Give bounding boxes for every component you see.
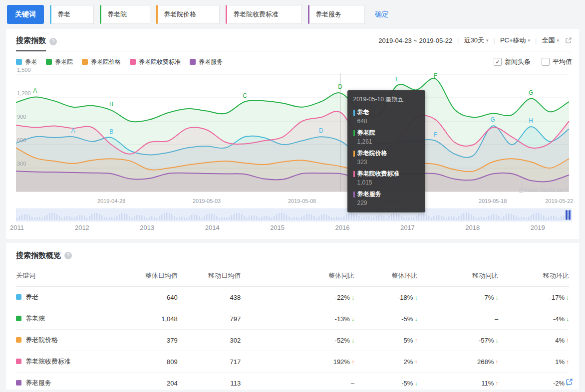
keyword-input-1[interactable]: 养老	[50, 5, 94, 24]
slider-handle[interactable]	[566, 210, 571, 220]
overview-title: 搜索指数概览	[16, 251, 61, 260]
down-arrow-icon: ↓	[351, 316, 354, 323]
news-marker-D[interactable]: D	[319, 127, 323, 134]
average-checkbox[interactable]: 平均值	[542, 57, 572, 66]
table-row: 养老服务204113–-5%↓11%↑-2%↓	[16, 373, 569, 392]
timeline-slider[interactable]	[16, 208, 572, 221]
keyword-input-5[interactable]: 养老服务	[308, 5, 365, 24]
avg-value-cell: 204	[132, 373, 178, 392]
up-arrow-icon: ↑	[414, 337, 417, 344]
legend-item-1[interactable]: 养老	[16, 58, 37, 66]
keyword-input-2[interactable]: 养老院	[100, 5, 150, 24]
keyword-input-4[interactable]: 养老院收费标准	[226, 5, 302, 24]
tooltip-item: 养老648	[353, 108, 419, 125]
overview-help-icon[interactable]: ?	[64, 252, 72, 259]
legend-item-5[interactable]: 养老服务	[190, 58, 223, 66]
tooltip-series-marker	[353, 130, 355, 136]
tooltip-series-name: 养老服务	[357, 190, 381, 198]
change-cell: -52%↓	[241, 330, 354, 351]
legend-swatch	[46, 59, 52, 65]
y-tick-label: 900	[17, 114, 26, 120]
keyword-input-3[interactable]: 养老院价格	[156, 5, 220, 24]
separator: |	[535, 37, 537, 44]
down-arrow-icon: ↓	[414, 380, 417, 387]
change-cell: -7%↓	[417, 287, 498, 308]
legend-item-2[interactable]: 养老院	[46, 58, 73, 66]
region-select[interactable]: 全国 ▾	[542, 36, 559, 45]
keyword-link[interactable]: 养老院价格	[25, 336, 58, 344]
table-open-in-new-icon[interactable]	[566, 378, 573, 386]
keyword-swatch	[16, 294, 21, 300]
x-tick-label: 2019-05-18	[479, 198, 507, 204]
change-value: 4%	[555, 337, 565, 344]
overview-table: 关键词整体日均值移动日均值整体同比整体环比移动同比移动环比 养老640438-2…	[16, 265, 569, 392]
tooltip-item: 养老院1,261	[353, 129, 419, 145]
news-marker-A[interactable]: A	[33, 87, 37, 94]
avg-value-cell: 302	[178, 330, 241, 351]
news-marker-D[interactable]: D	[338, 83, 342, 90]
change-value: -2%	[553, 380, 565, 387]
news-marker-C[interactable]: C	[243, 92, 247, 99]
keyword-swatch	[16, 337, 21, 343]
news-marker-G[interactable]: G	[491, 116, 495, 123]
open-in-new-icon[interactable]	[565, 37, 572, 44]
keyword-link[interactable]: 养老	[25, 293, 38, 301]
down-arrow-icon: ↓	[495, 294, 498, 301]
change-value: -5%	[401, 380, 413, 387]
chart-legend: 养老养老院养老院价格养老院收费标准养老服务	[16, 58, 223, 66]
average-label: 平均值	[553, 57, 572, 66]
change-cell: -17%↓	[498, 287, 569, 308]
search-index-panel: 搜索指数 ? 2019-04-23 ~ 2019-05-22 | 近30天 ▾ …	[6, 29, 579, 239]
checkbox-checked-icon: ✓	[494, 58, 502, 66]
legend-item-4[interactable]: 养老院收费标准	[130, 58, 181, 66]
news-marker-B[interactable]: B	[109, 101, 113, 108]
trend-chart[interactable]: ABCDEFGABDFGH 3006009001,2001,500 2019-0…	[16, 73, 572, 196]
col-header-6: 移动同比	[417, 265, 498, 287]
confirm-link[interactable]: 确定	[375, 10, 389, 19]
keyword-link[interactable]: 养老院	[25, 315, 45, 322]
y-tick-label: 1,200	[17, 90, 31, 96]
change-value: -18%	[398, 294, 413, 301]
x-tick-label: 2019-04-28	[97, 198, 125, 204]
keyword-link[interactable]: 养老院收费标准	[25, 358, 71, 365]
table-row: 养老院价格379302-52%↓5%↑-57%↓4%↑	[16, 330, 569, 351]
tooltip-series-value: 1,261	[357, 138, 419, 145]
legend-swatch	[16, 59, 22, 65]
keyword-button[interactable]: 关键词	[7, 5, 44, 24]
news-marker-E[interactable]: E	[395, 76, 399, 83]
news-marker-G[interactable]: G	[529, 89, 533, 96]
change-value: –	[351, 380, 354, 387]
change-value: –	[495, 315, 498, 323]
change-cell: -57%↓	[417, 330, 498, 351]
news-marker-F[interactable]: F	[434, 131, 437, 138]
legend-label: 养老院收费标准	[139, 58, 181, 66]
year-label-2017: 2017	[400, 224, 415, 231]
table-row: 养老院收费标准809717192%↑2%↑268%↑1%↑	[16, 351, 569, 373]
tooltip-series-name: 养老院	[357, 129, 375, 137]
tooltip-series-marker	[353, 110, 355, 116]
news-marker-A[interactable]: A	[71, 127, 75, 134]
y-tick-label: 600	[17, 137, 26, 143]
keyword-cell: 养老	[16, 287, 132, 308]
help-icon[interactable]: ?	[49, 38, 57, 45]
device-select[interactable]: PC+移动 ▾	[500, 36, 530, 45]
change-value: -7%	[482, 294, 494, 301]
keyword-cell: 养老服务	[16, 373, 132, 392]
change-cell: -2%↓	[498, 373, 569, 392]
change-value: -17%	[550, 294, 565, 301]
change-cell: -22%↓	[241, 287, 354, 308]
keyword-swatch	[16, 316, 21, 321]
legend-item-3[interactable]: 养老院价格	[82, 58, 121, 66]
down-arrow-icon: ↓	[495, 337, 498, 344]
change-value: -4%	[553, 315, 565, 323]
news-marker-B[interactable]: B	[109, 128, 113, 135]
tab-search-index[interactable]: 搜索指数	[16, 36, 46, 51]
change-value: 2%	[404, 358, 413, 366]
keyword-link[interactable]: 养老服务	[25, 379, 51, 387]
time-range-select[interactable]: 近30天 ▾	[464, 36, 489, 45]
change-cell: -4%↓	[498, 308, 569, 330]
avg-value-cell: 809	[132, 351, 178, 373]
news-marker-F[interactable]: F	[434, 72, 437, 79]
news-headline-checkbox[interactable]: ✓ 新闻头条	[494, 57, 531, 66]
news-marker-H[interactable]: H	[529, 117, 533, 124]
